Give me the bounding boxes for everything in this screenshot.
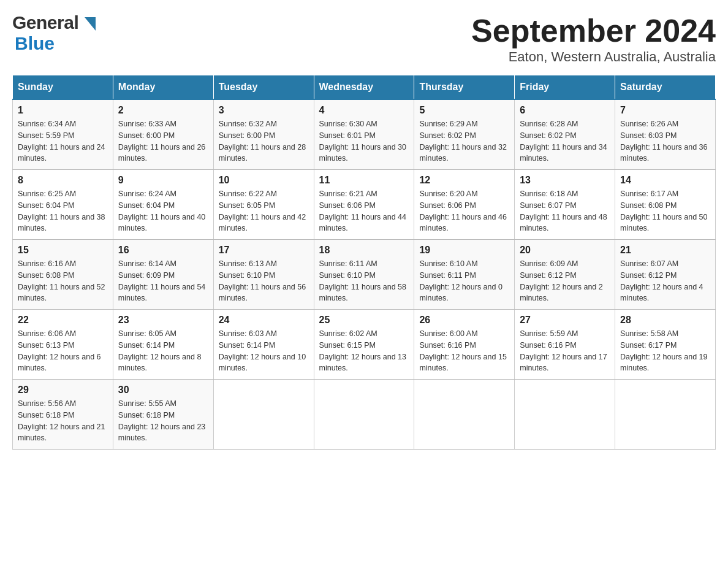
day-info: Sunrise: 6:14 AM Sunset: 6:09 PM Dayligh… [118,258,208,304]
table-row [314,380,414,450]
calendar-row-1: 1Sunrise: 6:34 AM Sunset: 5:59 PM Daylig… [13,99,716,170]
day-info: Sunrise: 6:24 AM Sunset: 6:04 PM Dayligh… [118,188,208,234]
table-row [213,380,314,450]
col-thursday: Thursday [414,75,515,100]
day-info: Sunrise: 5:58 AM Sunset: 6:17 PM Dayligh… [620,328,710,374]
day-info: Sunrise: 5:55 AM Sunset: 6:18 PM Dayligh… [118,398,208,444]
logo: General Blue [12,12,96,54]
day-number: 2 [118,105,208,116]
table-row: 22Sunrise: 6:06 AM Sunset: 6:13 PM Dayli… [13,310,113,380]
col-sunday: Sunday [13,75,113,100]
table-row: 13Sunrise: 6:18 AM Sunset: 6:07 PM Dayli… [515,170,615,240]
day-number: 6 [520,105,610,116]
table-row: 18Sunrise: 6:11 AM Sunset: 6:10 PM Dayli… [314,240,414,310]
day-info: Sunrise: 6:33 AM Sunset: 6:00 PM Dayligh… [118,118,208,164]
col-tuesday: Tuesday [213,75,314,100]
day-number: 26 [419,315,509,326]
title-block: September 2024 Eaton, Western Australia,… [471,12,716,65]
day-info: Sunrise: 6:30 AM Sunset: 6:01 PM Dayligh… [319,118,409,164]
table-row: 7Sunrise: 6:26 AM Sunset: 6:03 PM Daylig… [615,99,716,170]
day-info: Sunrise: 6:20 AM Sunset: 6:06 PM Dayligh… [419,188,509,234]
day-number: 30 [118,385,208,396]
day-number: 17 [219,245,309,256]
day-number: 24 [219,315,309,326]
table-row: 3Sunrise: 6:32 AM Sunset: 6:00 PM Daylig… [213,99,314,170]
day-number: 10 [219,175,309,186]
day-info: Sunrise: 6:22 AM Sunset: 6:05 PM Dayligh… [219,188,309,234]
day-number: 11 [319,175,409,186]
calendar-header-row: Sunday Monday Tuesday Wednesday Thursday… [13,75,716,100]
logo-image: General [12,12,96,33]
day-info: Sunrise: 6:09 AM Sunset: 6:12 PM Dayligh… [520,258,610,304]
col-monday: Monday [113,75,213,100]
col-wednesday: Wednesday [314,75,414,100]
day-number: 29 [18,385,108,396]
day-info: Sunrise: 6:00 AM Sunset: 6:16 PM Dayligh… [419,328,509,374]
day-number: 27 [520,315,610,326]
day-info: Sunrise: 5:59 AM Sunset: 6:16 PM Dayligh… [520,328,610,374]
table-row [515,380,615,450]
table-row: 20Sunrise: 6:09 AM Sunset: 6:12 PM Dayli… [515,240,615,310]
day-number: 15 [18,245,108,256]
logo-triangle-icon [85,17,96,31]
day-info: Sunrise: 6:25 AM Sunset: 6:04 PM Dayligh… [18,188,108,234]
calendar-table: Sunday Monday Tuesday Wednesday Thursday… [12,75,716,450]
table-row [615,380,716,450]
svg-marker-0 [85,17,96,31]
table-row: 25Sunrise: 6:02 AM Sunset: 6:15 PM Dayli… [314,310,414,380]
day-number: 28 [620,315,710,326]
table-row: 12Sunrise: 6:20 AM Sunset: 6:06 PM Dayli… [414,170,515,240]
table-row: 5Sunrise: 6:29 AM Sunset: 6:02 PM Daylig… [414,99,515,170]
day-number: 20 [520,245,610,256]
day-number: 22 [18,315,108,326]
day-number: 23 [118,315,208,326]
table-row: 21Sunrise: 6:07 AM Sunset: 6:12 PM Dayli… [615,240,716,310]
day-number: 8 [18,175,108,186]
day-info: Sunrise: 6:26 AM Sunset: 6:03 PM Dayligh… [620,118,710,164]
table-row: 30Sunrise: 5:55 AM Sunset: 6:18 PM Dayli… [113,380,213,450]
calendar-row-2: 8Sunrise: 6:25 AM Sunset: 6:04 PM Daylig… [13,170,716,240]
col-friday: Friday [515,75,615,100]
day-number: 9 [118,175,208,186]
day-number: 25 [319,315,409,326]
table-row: 10Sunrise: 6:22 AM Sunset: 6:05 PM Dayli… [213,170,314,240]
day-info: Sunrise: 6:10 AM Sunset: 6:11 PM Dayligh… [419,258,509,304]
table-row: 2Sunrise: 6:33 AM Sunset: 6:00 PM Daylig… [113,99,213,170]
day-number: 7 [620,105,710,116]
page-header: General Blue September 2024 Eaton, Weste… [12,12,716,65]
day-info: Sunrise: 6:21 AM Sunset: 6:06 PM Dayligh… [319,188,409,234]
table-row: 26Sunrise: 6:00 AM Sunset: 6:16 PM Dayli… [414,310,515,380]
day-info: Sunrise: 6:06 AM Sunset: 6:13 PM Dayligh… [18,328,108,374]
day-info: Sunrise: 6:16 AM Sunset: 6:08 PM Dayligh… [18,258,108,304]
table-row: 23Sunrise: 6:05 AM Sunset: 6:14 PM Dayli… [113,310,213,380]
table-row: 19Sunrise: 6:10 AM Sunset: 6:11 PM Dayli… [414,240,515,310]
day-number: 16 [118,245,208,256]
table-row: 8Sunrise: 6:25 AM Sunset: 6:04 PM Daylig… [13,170,113,240]
day-number: 12 [419,175,509,186]
day-number: 21 [620,245,710,256]
day-info: Sunrise: 6:18 AM Sunset: 6:07 PM Dayligh… [520,188,610,234]
calendar-title: September 2024 [471,12,716,49]
table-row: 4Sunrise: 6:30 AM Sunset: 6:01 PM Daylig… [314,99,414,170]
table-row: 24Sunrise: 6:03 AM Sunset: 6:14 PM Dayli… [213,310,314,380]
day-number: 3 [219,105,309,116]
logo-general: General [12,12,96,33]
table-row: 27Sunrise: 5:59 AM Sunset: 6:16 PM Dayli… [515,310,615,380]
logo-blue: Blue [12,33,55,54]
table-row: 17Sunrise: 6:13 AM Sunset: 6:10 PM Dayli… [213,240,314,310]
day-info: Sunrise: 6:03 AM Sunset: 6:14 PM Dayligh… [219,328,309,374]
day-number: 5 [419,105,509,116]
table-row: 6Sunrise: 6:28 AM Sunset: 6:02 PM Daylig… [515,99,615,170]
table-row: 29Sunrise: 5:56 AM Sunset: 6:18 PM Dayli… [13,380,113,450]
table-row [414,380,515,450]
calendar-row-4: 22Sunrise: 6:06 AM Sunset: 6:13 PM Dayli… [13,310,716,380]
table-row: 16Sunrise: 6:14 AM Sunset: 6:09 PM Dayli… [113,240,213,310]
day-info: Sunrise: 6:32 AM Sunset: 6:00 PM Dayligh… [219,118,309,164]
day-info: Sunrise: 6:11 AM Sunset: 6:10 PM Dayligh… [319,258,409,304]
day-info: Sunrise: 6:34 AM Sunset: 5:59 PM Dayligh… [18,118,108,164]
day-number: 19 [419,245,509,256]
col-saturday: Saturday [615,75,716,100]
day-info: Sunrise: 5:56 AM Sunset: 6:18 PM Dayligh… [18,398,108,444]
day-info: Sunrise: 6:07 AM Sunset: 6:12 PM Dayligh… [620,258,710,304]
day-info: Sunrise: 6:05 AM Sunset: 6:14 PM Dayligh… [118,328,208,374]
